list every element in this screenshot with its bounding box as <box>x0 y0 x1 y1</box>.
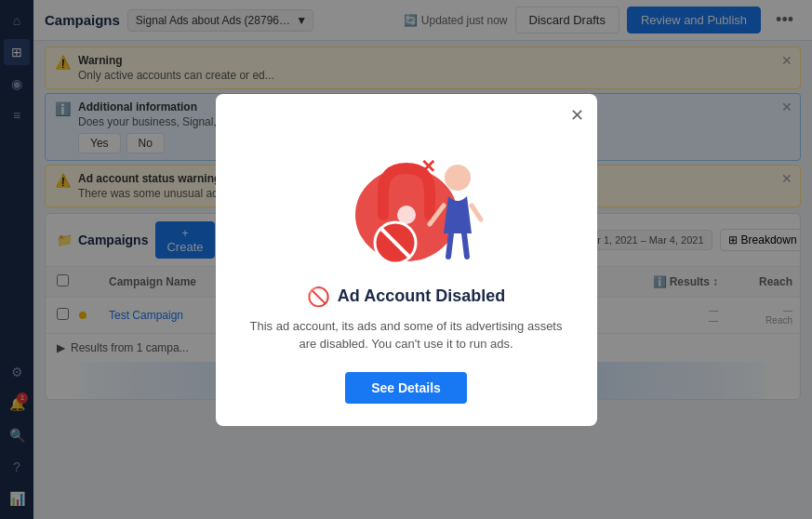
svg-text:✕: ✕ <box>420 156 436 177</box>
svg-line-7 <box>448 233 451 257</box>
modal-title: 🚫 Ad Account Disabled <box>242 286 571 308</box>
modal-footer: See Details <box>242 372 571 404</box>
modal-illustration: ✕ <box>313 122 499 271</box>
modal-close-button[interactable]: ✕ <box>570 105 584 126</box>
modal-body: This ad account, its ads and some of its… <box>242 317 571 353</box>
svg-line-6 <box>472 206 481 220</box>
see-details-button[interactable]: See Details <box>345 372 467 404</box>
svg-line-8 <box>464 233 467 257</box>
ad-disabled-modal: ✕ ✕ <box>216 94 597 426</box>
svg-point-4 <box>445 165 471 191</box>
modal-title-icon: 🚫 <box>307 286 330 308</box>
modal-overlay[interactable]: ✕ ✕ <box>0 0 812 519</box>
svg-point-1 <box>397 206 416 224</box>
